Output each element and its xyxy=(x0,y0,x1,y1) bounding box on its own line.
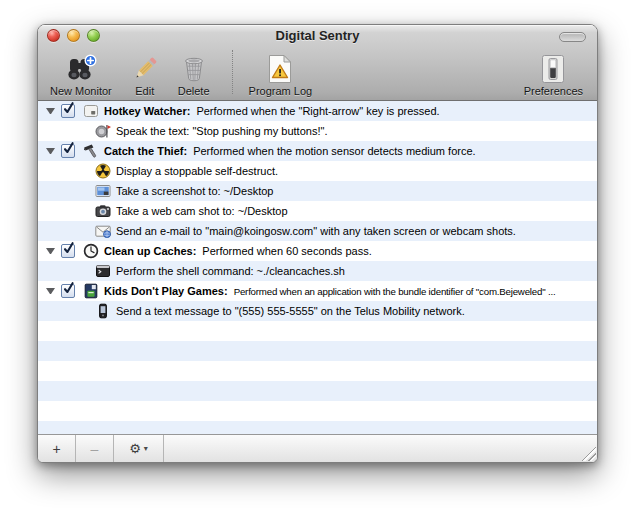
radiation-icon xyxy=(95,163,111,179)
new-monitor-button[interactable]: New Monitor xyxy=(50,52,112,97)
edit-label: Edit xyxy=(135,85,154,97)
toolbar: New Monitor Edit Delete Program Log Pref… xyxy=(38,47,597,100)
monitor-enabled-checkbox[interactable] xyxy=(61,144,75,158)
keyboard-key-icon xyxy=(83,103,99,119)
terminal-icon xyxy=(95,263,111,279)
bottom-bar: + – ⚙ ▾ xyxy=(38,434,597,462)
new-monitor-label: New Monitor xyxy=(50,85,112,97)
action-row[interactable]: Send a text message to "(555) 555-5555" … xyxy=(38,301,597,321)
disclosure-triangle-icon[interactable] xyxy=(46,288,55,294)
titlebar[interactable]: Digital Sentry xyxy=(38,25,597,47)
digital-sentry-window: Digital Sentry New Monitor Edit Delete P… xyxy=(37,24,598,463)
phone-icon xyxy=(95,303,111,319)
disclosure-triangle-icon[interactable] xyxy=(46,148,55,154)
window-title: Digital Sentry xyxy=(38,28,597,43)
clock-icon xyxy=(83,243,99,259)
gear-icon: ⚙ xyxy=(129,442,141,455)
monitor-list[interactable]: Hotkey Watcher:Performed when the "Right… xyxy=(38,101,597,434)
action-row[interactable]: Take a web cam shot to: ~/Desktop xyxy=(38,201,597,221)
email-icon xyxy=(95,223,111,239)
binoculars-new-icon xyxy=(64,52,98,84)
monitor-enabled-checkbox[interactable] xyxy=(61,284,75,298)
application-icon xyxy=(83,283,99,299)
resize-handle[interactable] xyxy=(581,446,596,461)
trash-icon xyxy=(179,52,209,84)
remove-monitor-button[interactable]: – xyxy=(76,435,114,462)
add-monitor-button[interactable]: + xyxy=(38,435,76,462)
program-log-label: Program Log xyxy=(249,85,313,97)
delete-label: Delete xyxy=(178,85,210,97)
dropdown-arrow-icon: ▾ xyxy=(144,444,148,453)
action-text: Speak the text: "Stop pushing my buttons… xyxy=(116,125,327,137)
delete-button[interactable]: Delete xyxy=(178,52,210,97)
light-switch-icon xyxy=(539,52,567,84)
monitor-description: Performed when an application with the b… xyxy=(234,286,556,297)
action-text: Send an e-mail to "main@koingosw.com" wi… xyxy=(116,225,516,237)
monitor-title: Clean up Caches: xyxy=(104,245,196,257)
program-log-icon xyxy=(267,52,293,84)
monitor-row[interactable]: Clean up Caches:Performed when 60 second… xyxy=(38,241,597,261)
window-chrome: Digital Sentry New Monitor Edit Delete P… xyxy=(38,25,597,101)
action-text: Take a screenshot to: ~/Desktop xyxy=(116,185,273,197)
monitor-description: Performed when the motion sensor detects… xyxy=(193,145,475,157)
edit-button[interactable]: Edit xyxy=(130,52,160,97)
action-row[interactable]: Display a stoppable self-destruct. xyxy=(38,161,597,181)
monitor-enabled-checkbox[interactable] xyxy=(61,104,75,118)
program-log-button[interactable]: Program Log xyxy=(249,52,313,97)
action-text: Take a web cam shot to: ~/Desktop xyxy=(116,205,288,217)
action-row[interactable]: Send an e-mail to "main@koingosw.com" wi… xyxy=(38,221,597,241)
action-row[interactable]: Take a screenshot to: ~/Desktop xyxy=(38,181,597,201)
monitor-row[interactable]: Hotkey Watcher:Performed when the "Right… xyxy=(38,101,597,121)
screenshot-icon xyxy=(95,183,111,199)
action-row[interactable]: Speak the text: "Stop pushing my buttons… xyxy=(38,121,597,141)
monitor-row[interactable]: Kids Don't Play Games:Performed when an … xyxy=(38,281,597,301)
disclosure-triangle-icon[interactable] xyxy=(46,248,55,254)
monitor-description: Performed when the "Right-arrow" key is … xyxy=(196,105,439,117)
toolbar-toggle-pill[interactable] xyxy=(559,32,586,42)
hammer-icon xyxy=(83,143,99,159)
speech-icon xyxy=(95,123,111,139)
webcam-icon xyxy=(95,203,111,219)
monitor-enabled-checkbox[interactable] xyxy=(61,244,75,258)
monitor-title: Catch the Thief: xyxy=(104,145,187,157)
preferences-button[interactable]: Preferences xyxy=(524,52,583,97)
action-menu-button[interactable]: ⚙ ▾ xyxy=(114,435,164,462)
action-text: Send a text message to "(555) 555-5555" … xyxy=(116,305,465,317)
toolbar-separator xyxy=(232,50,233,94)
pencil-icon xyxy=(130,52,160,84)
disclosure-triangle-icon[interactable] xyxy=(46,108,55,114)
monitor-title: Kids Don't Play Games: xyxy=(104,285,228,297)
action-text: Display a stoppable self-destruct. xyxy=(116,165,278,177)
preferences-label: Preferences xyxy=(524,85,583,97)
action-row[interactable]: Perform the shell command: ~./cleancache… xyxy=(38,261,597,281)
action-text: Perform the shell command: ~./cleancache… xyxy=(116,265,345,277)
monitor-description: Performed when 60 seconds pass. xyxy=(202,245,371,257)
monitor-row[interactable]: Catch the Thief:Performed when the motio… xyxy=(38,141,597,161)
monitor-title: Hotkey Watcher: xyxy=(104,105,190,117)
